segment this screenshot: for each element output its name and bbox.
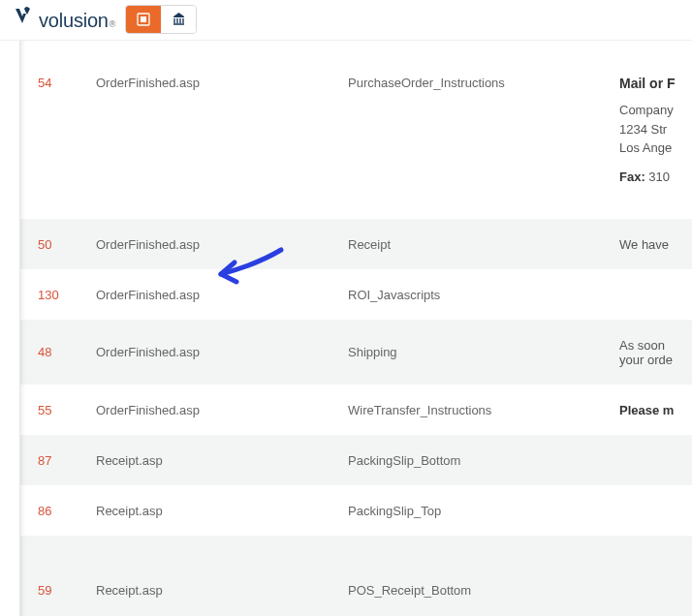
row-extra [602, 485, 692, 536]
mail-heading: Mail or F [619, 76, 682, 91]
row-page: OrderFinished.asp [79, 41, 330, 219]
row-extra [602, 536, 692, 616]
table-row: 50OrderFinished.aspReceiptWe have [20, 219, 692, 269]
storefront-button[interactable] [161, 6, 196, 33]
row-article-name: PackingSlip_Top [330, 485, 602, 536]
row-article-name: PurchaseOrder_Instructions [330, 41, 602, 219]
table-row: 86Receipt.aspPackingSlip_Top [20, 485, 692, 536]
table-row: 54OrderFinished.aspPurchaseOrder_Instruc… [20, 41, 692, 219]
mail-address: Company1234 StrLos Ange [619, 101, 682, 158]
row-page: Receipt.asp [79, 536, 330, 616]
table-row: 87Receipt.aspPackingSlip_Bottom [20, 435, 692, 485]
row-extra [602, 435, 692, 485]
row-id-link[interactable]: 54 [38, 76, 51, 90]
logo-mark-icon [14, 6, 39, 27]
table-row: 130OrderFinished.aspROI_Javascripts [20, 269, 692, 320]
topbar: volusion ® [0, 0, 692, 41]
table-row: 48OrderFinished.aspShippingAs soonyour o… [20, 320, 692, 385]
row-id-link[interactable]: 48 [38, 345, 51, 359]
row-id-link[interactable]: 55 [38, 403, 51, 417]
brand-logo: volusion ® [14, 6, 115, 32]
articles-table: 54OrderFinished.aspPurchaseOrder_Instruc… [20, 41, 692, 616]
row-extra: Mail or FCompany1234 StrLos AngeFax: 310 [602, 41, 692, 219]
row-page: OrderFinished.asp [79, 385, 330, 435]
row-extra: Please m [602, 385, 692, 435]
toolbar-button-group [125, 5, 197, 34]
row-page: OrderFinished.asp [79, 269, 330, 320]
row-id-link[interactable]: 50 [38, 237, 51, 252]
row-article-name: ROI_Javascripts [330, 269, 602, 320]
brand-name: volusion [39, 10, 109, 32]
data-grid: 54OrderFinished.aspPurchaseOrder_Instruc… [19, 41, 692, 616]
fax-label: Fax: [619, 169, 645, 184]
row-article-name: Receipt [330, 219, 602, 269]
svg-rect-1 [141, 16, 146, 22]
row-article-name: PackingSlip_Bottom [330, 435, 602, 485]
row-extra: We have [602, 219, 692, 269]
fax-value: 310 [645, 169, 670, 184]
row-id-link[interactable]: 86 [38, 504, 51, 518]
row-id-link[interactable]: 87 [38, 453, 51, 468]
row-id-link[interactable]: 59 [38, 583, 51, 598]
table-row: 55OrderFinished.aspWireTransfer_Instruct… [20, 385, 692, 435]
row-page: OrderFinished.asp [79, 219, 330, 269]
row-article-name: WireTransfer_Instructions [330, 385, 602, 435]
row-page: Receipt.asp [79, 485, 330, 536]
dashboard-button[interactable] [126, 6, 161, 33]
row-article-name: POS_Receipt_Bottom [330, 536, 602, 616]
registered-mark-icon: ® [110, 19, 116, 29]
table-row: 59Receipt.aspPOS_Receipt_Bottom [20, 536, 692, 616]
row-extra: As soonyour orde [602, 320, 692, 385]
row-article-name: Shipping [330, 320, 602, 385]
row-page: OrderFinished.asp [79, 320, 330, 385]
row-id-link[interactable]: 130 [38, 288, 59, 302]
row-page: Receipt.asp [79, 435, 330, 485]
row-extra [602, 269, 692, 320]
